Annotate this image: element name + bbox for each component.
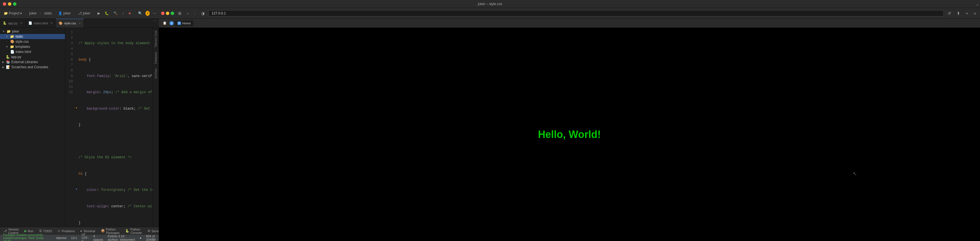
terminal-icon: ▸: [81, 229, 82, 233]
breadcrumb-static[interactable]: static: [43, 11, 53, 16]
browser-notification-badge: 1: [170, 21, 173, 25]
browser-forward-btn[interactable]: ›: [192, 11, 197, 16]
todo-btn[interactable]: ☰ TODO: [38, 228, 53, 233]
sciview-tab[interactable]: SciView: [153, 67, 158, 80]
browser-contrast-btn[interactable]: ◑: [199, 11, 206, 16]
folder-icon: 📁: [4, 11, 8, 15]
browser-tabs-bar: 📋 1 H Home: [159, 19, 980, 28]
build-button[interactable]: 🔨: [112, 11, 119, 16]
folder-static-icon: 📁: [10, 35, 14, 38]
browser-refresh-btn[interactable]: ↺: [946, 11, 953, 16]
tree-item-style-css[interactable]: 🎨 style.css: [0, 39, 65, 44]
code-editor[interactable]: 1 2 3 4 5 6 7 8 9 10 11 12 /* Appl: [65, 28, 153, 227]
run-button[interactable]: ▶: [96, 11, 102, 16]
git-icon: ⎇: [78, 11, 82, 15]
debug-button[interactable]: 🐛: [103, 11, 110, 16]
notification-status[interactable]: Packages installed successfully: Install…: [2, 233, 49, 241]
chevron-down-icon: ▾: [20, 11, 22, 15]
browser-layout-btn[interactable]: ⊞: [177, 11, 183, 16]
tab-favicon: H: [178, 22, 181, 25]
breadcrumb-joker[interactable]: joker: [28, 11, 38, 16]
tree-item-joker[interactable]: ▼ 📁 joker: [0, 29, 65, 34]
browser-home-tab[interactable]: H Home: [175, 21, 193, 26]
maximize-button[interactable]: [13, 2, 16, 6]
right-side-tabs: Tabnine Chat Database SciView: [153, 28, 159, 227]
python-console-btn[interactable]: 🐍 Python Console: [124, 227, 143, 235]
line-num-4: 4: [68, 46, 73, 52]
hello-world-text: Hello, World!: [538, 128, 601, 141]
close-tab-index-html[interactable]: ✕: [51, 22, 53, 25]
encoding-status[interactable]: LF UTF-8: [81, 233, 90, 241]
browser-close-btn[interactable]: [161, 12, 164, 15]
arrow-icon: ▼: [6, 35, 8, 38]
stop-button[interactable]: ■: [127, 11, 132, 16]
status-bar: Packages installed successfully: Install…: [0, 235, 159, 241]
database-tab[interactable]: Database: [153, 50, 158, 66]
cursor-pointer: ↖: [853, 171, 857, 177]
folder-ext-icon: 📚: [6, 60, 10, 64]
html-file-icon: 📄: [29, 21, 32, 25]
tree-item-static[interactable]: ▼ 📁 static: [0, 34, 65, 39]
tree-item-external-libs[interactable]: ▶ 📚 External Libraries: [0, 59, 65, 65]
user-button[interactable]: 👤 joker: [57, 11, 72, 16]
line-numbers: 1 2 3 4 5 6 7 8 9 10 11 12: [65, 28, 75, 227]
tab-app-py[interactable]: 🐍 app.py ✕: [0, 19, 25, 27]
python-icon: 🐍: [6, 55, 10, 59]
tree-item-index-html[interactable]: 📄 index.html: [0, 49, 65, 54]
tree-item-templates[interactable]: ▼ 📁 templates: [0, 44, 65, 49]
code-line-12: }: [78, 220, 153, 226]
console-icon: 🐍: [125, 229, 129, 233]
browser-more-btn[interactable]: »: [972, 11, 978, 16]
tree-item-scratches[interactable]: ▶ 📝 Scratches and Consoles: [0, 65, 65, 70]
vcs-button[interactable]: ↑: [121, 11, 125, 16]
browser-back-btn[interactable]: ‹: [185, 11, 190, 16]
tree-item-app-py[interactable]: 🐍 app.py: [0, 54, 65, 59]
ide-content-area: ▼ 📁 joker ▼ 📁 static 🎨 style.css ▼ 📁 tem…: [0, 28, 159, 227]
code-line-9: h1 {: [78, 171, 153, 177]
ide-panel: 📁 Project ▾ joker › static 👤 joker ⎇ jok…: [0, 8, 159, 241]
problems-btn[interactable]: ⚠ Problems: [56, 228, 76, 233]
minimize-button[interactable]: [8, 2, 11, 6]
tab-style-css[interactable]: 🎨 style.css ✕: [56, 19, 84, 27]
close-tab-style-css[interactable]: ✕: [78, 22, 81, 25]
line-num-11: 11: [68, 84, 73, 90]
more-tabs-btn[interactable]: ⋯: [151, 19, 159, 27]
close-button[interactable]: [3, 2, 6, 6]
code-line-8: /* Style the H1 element */: [78, 155, 153, 160]
code-area[interactable]: 1 2 3 4 5 6 7 8 9 10 11 12 /* Appl: [65, 28, 153, 227]
problems-icon: ⚠: [57, 229, 60, 233]
line-num-2: 2: [68, 35, 73, 41]
spaces-status[interactable]: 4 spaces: [92, 235, 104, 241]
git-status: ●: [138, 236, 142, 239]
line-num-12: 12: [68, 90, 73, 95]
more-button[interactable]: ⋯: [151, 11, 158, 16]
arrow-icon: ▼: [2, 30, 5, 33]
url-bar[interactable]: [208, 10, 944, 16]
run-btn[interactable]: ▶ Run: [23, 228, 35, 233]
search-button[interactable]: 🔍: [137, 11, 144, 16]
browser-add-tab-btn[interactable]: +: [964, 11, 970, 16]
browser-max-btn[interactable]: [171, 12, 174, 15]
tabnine-status[interactable]: tabnine: [55, 236, 67, 239]
python-status[interactable]: Python 3.10 (python_interpreter): [107, 235, 136, 241]
browser-min-btn[interactable]: [166, 12, 169, 15]
project-toggle[interactable]: 📁 Project ▾: [2, 11, 23, 16]
browser-share-btn[interactable]: ⬆: [955, 11, 962, 16]
tabnine-chat-tab[interactable]: Tabnine Chat: [153, 29, 158, 49]
extensions-button[interactable]: J: [145, 11, 150, 16]
code-content[interactable]: /* Apply styles to the body element */ b…: [75, 28, 153, 227]
python-packages-btn[interactable]: 📦 Python Packages: [100, 227, 121, 235]
memory-status: 804 of 2048M: [145, 235, 156, 241]
line-num-6: 6: [68, 57, 73, 63]
title-bar: joker – style.css: [0, 0, 980, 8]
close-tab-app-py[interactable]: ✕: [20, 22, 22, 25]
browser-panel-toggle[interactable]: 📋: [161, 21, 169, 25]
arrow-icon: ▼: [6, 45, 8, 48]
branch-button[interactable]: ⎇ joker: [76, 11, 92, 16]
tab-index-html[interactable]: 📄 index.html ✕: [25, 19, 56, 27]
css-icon: 🎨: [10, 40, 14, 44]
browser-content: Hello, World! ↖: [159, 28, 980, 241]
html-icon: 📄: [10, 50, 14, 54]
line-col-status[interactable]: 13:1: [70, 236, 78, 239]
code-line-7: [78, 139, 153, 144]
